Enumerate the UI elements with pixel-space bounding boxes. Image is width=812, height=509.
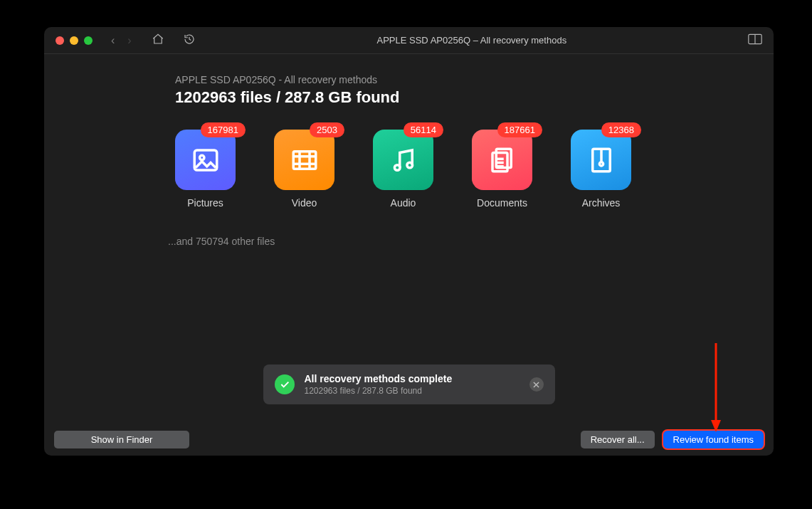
check-icon bbox=[275, 374, 295, 394]
close-icon bbox=[533, 382, 539, 388]
video-icon bbox=[290, 145, 320, 175]
documents-count-badge: 187661 bbox=[497, 122, 542, 137]
svg-point-18 bbox=[599, 162, 603, 165]
audio-tile: 56114 bbox=[373, 130, 433, 190]
archives-icon bbox=[586, 145, 616, 175]
window-controls bbox=[56, 36, 93, 45]
pictures-label: Pictures bbox=[187, 197, 223, 209]
category-archives[interactable]: 12368 Archives bbox=[571, 130, 631, 209]
pictures-icon bbox=[191, 145, 221, 175]
audio-count-badge: 56114 bbox=[404, 122, 443, 137]
archives-count-badge: 12368 bbox=[601, 122, 641, 137]
category-row: 167981 Pictures 2503 Video 56114 Audio bbox=[175, 130, 745, 209]
video-count-badge: 2503 bbox=[310, 122, 344, 137]
review-found-items-button[interactable]: Review found items bbox=[663, 431, 764, 448]
home-icon[interactable] bbox=[152, 33, 164, 48]
scan-summary: 1202963 files / 287.8 GB found bbox=[175, 88, 745, 107]
archives-label: Archives bbox=[582, 197, 621, 209]
documents-label: Documents bbox=[477, 197, 527, 209]
documents-tile: 187661 bbox=[472, 130, 532, 190]
panel-toggle-icon[interactable] bbox=[748, 33, 762, 48]
history-icon[interactable] bbox=[183, 33, 196, 48]
close-window-button[interactable] bbox=[56, 36, 64, 45]
window-title: APPLE SSD AP0256Q – All recovery methods bbox=[196, 35, 748, 46]
audio-label: Audio bbox=[391, 197, 416, 209]
svg-point-9 bbox=[394, 164, 400, 170]
pictures-tile: 167981 bbox=[175, 130, 236, 190]
svg-point-3 bbox=[199, 155, 204, 159]
archives-tile: 12368 bbox=[571, 130, 631, 190]
svg-point-10 bbox=[406, 162, 412, 168]
minimize-window-button[interactable] bbox=[70, 36, 78, 45]
nav-forward-button[interactable]: › bbox=[127, 35, 131, 46]
recover-all-button[interactable]: Recover all... bbox=[581, 431, 655, 448]
toast-close-button[interactable] bbox=[529, 377, 544, 392]
footer-bar: Show in Finder Recover all... Review fou… bbox=[44, 423, 774, 456]
nav-back-button[interactable]: ‹ bbox=[111, 35, 115, 46]
titlebar: ‹ › APPLE SSD AP0256Q – All recovery met… bbox=[44, 27, 774, 54]
category-documents[interactable]: 187661 Documents bbox=[472, 130, 532, 209]
pictures-count-badge: 167981 bbox=[201, 122, 246, 137]
category-audio[interactable]: 56114 Audio bbox=[373, 130, 433, 209]
video-label: Video bbox=[292, 197, 317, 209]
app-window: ‹ › APPLE SSD AP0256Q – All recovery met… bbox=[44, 27, 774, 456]
video-tile: 2503 bbox=[274, 130, 334, 190]
audio-icon bbox=[389, 145, 418, 175]
category-pictures[interactable]: 167981 Pictures bbox=[175, 130, 236, 209]
zoom-window-button[interactable] bbox=[84, 36, 93, 45]
other-files-line: ...and 750794 other files bbox=[168, 236, 745, 247]
toast-subtitle: 1202963 files / 287.8 GB found bbox=[305, 386, 520, 396]
scan-source-label: APPLE SSD AP0256Q - All recovery methods bbox=[175, 74, 745, 85]
documents-icon bbox=[487, 145, 517, 175]
show-in-finder-button[interactable]: Show in Finder bbox=[54, 431, 189, 448]
svg-rect-4 bbox=[293, 151, 316, 169]
completion-toast: All recovery methods complete 1202963 fi… bbox=[263, 364, 555, 404]
toast-title: All recovery methods complete bbox=[305, 373, 520, 384]
category-video[interactable]: 2503 Video bbox=[274, 130, 334, 209]
